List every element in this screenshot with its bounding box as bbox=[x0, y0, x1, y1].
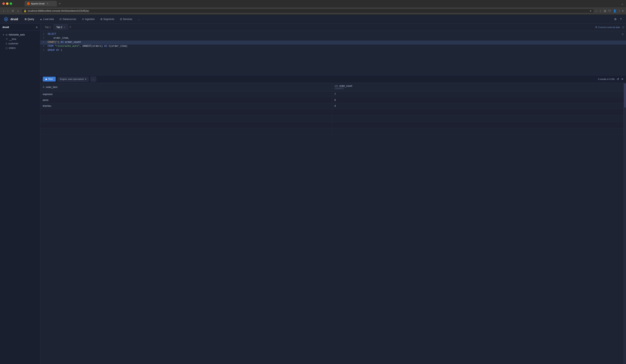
table-row-empty-3 bbox=[40, 122, 624, 128]
table-row-empty-2 bbox=[40, 116, 624, 122]
nav-item-datasources[interactable]: ⊡ Datasources bbox=[57, 17, 78, 22]
tab2-close-button[interactable]: ✕ bbox=[64, 26, 65, 29]
table-row: espresso 7 bbox=[40, 91, 624, 97]
engine-label: Engine: auto (sql-native) bbox=[60, 78, 84, 80]
expand-button[interactable]: ⌄ bbox=[621, 2, 624, 6]
table-row: pizza 6 bbox=[40, 97, 624, 103]
col-header-order-count: 123 order_count COUNT(*) bbox=[332, 83, 624, 91]
settings-button[interactable]: ⚙ bbox=[613, 17, 618, 22]
traffic-lights bbox=[2, 2, 12, 5]
empty-cell bbox=[40, 128, 332, 135]
ingestion-nav-icon: ⊙ bbox=[82, 18, 84, 21]
numeric-type-icon: 123 bbox=[334, 85, 338, 87]
empty-cell bbox=[40, 116, 332, 122]
editor-menu-icon[interactable]: ≡ bbox=[622, 33, 624, 36]
line-num-4: 4 bbox=[40, 45, 48, 48]
datasource-name: ristorante_auto bbox=[9, 33, 25, 36]
datasource-item[interactable]: ▼ ⊞ ristorante_auto bbox=[0, 33, 40, 37]
time-icon: ⏱ bbox=[6, 38, 8, 40]
run-bar: ▶ Run Engine: auto (sql-native) ▾ ... 3 … bbox=[40, 75, 626, 83]
maximize-window-button[interactable] bbox=[10, 2, 12, 5]
logo-area: druid bbox=[3, 16, 18, 22]
cell-pizza-count: 6 bbox=[332, 97, 624, 103]
cell-espresso-count: 7 bbox=[332, 91, 624, 97]
shield-icon[interactable]: 🛡 bbox=[608, 9, 611, 12]
col-type-order-count: 123 order_count bbox=[334, 84, 621, 87]
nav-item-load-data[interactable]: ▲ Load data bbox=[37, 17, 56, 22]
logo-text: druid bbox=[10, 17, 18, 21]
line-num-5: 5 bbox=[40, 49, 48, 52]
minimize-window-button[interactable] bbox=[6, 2, 8, 5]
menu-icon[interactable]: ≡ bbox=[622, 9, 624, 12]
scrollbar[interactable] bbox=[624, 83, 626, 364]
line-num-1: 1 bbox=[40, 33, 48, 36]
string-type-icon: A bbox=[43, 86, 44, 89]
connect-external-button[interactable]: ⊞ Connect external data bbox=[595, 26, 620, 29]
query-tab-1[interactable]: Tab 1 bbox=[42, 25, 53, 30]
extensions-icon[interactable]: ⊞ bbox=[604, 9, 606, 12]
string-icon: A bbox=[6, 42, 7, 45]
home-button[interactable]: ⌂ bbox=[16, 9, 20, 13]
run-more-button[interactable]: ... bbox=[91, 77, 96, 81]
datasources-nav-icon: ⊡ bbox=[59, 18, 62, 21]
browser-toolbar: ‹ › ↺ ⌂ 🔒 localhost:8888/unified-console… bbox=[0, 7, 626, 14]
results-count: 3 results in 0.28s bbox=[598, 78, 615, 80]
close-window-button[interactable] bbox=[2, 2, 5, 5]
nav-item-more[interactable]: ... bbox=[136, 17, 142, 22]
tab-right-area: ⊞ Connect external data ⊡ bbox=[595, 26, 625, 29]
url-bar[interactable]: 🔒 localhost:8888/unified-console.html#wo… bbox=[21, 9, 594, 13]
tab1-label: Tab 1 bbox=[45, 26, 51, 29]
scrollbar-thumb[interactable] bbox=[624, 83, 626, 108]
line-content-3: COUNT(*) AS order_count bbox=[48, 41, 81, 43]
browser-titlebar: Apache Druid ✕ + ⌄ bbox=[0, 0, 626, 7]
query-nav-icon: ⊞ bbox=[25, 18, 27, 21]
table-icon: ⊞ bbox=[6, 34, 7, 36]
results-scroll[interactable]: A order_item 123 ord bbox=[40, 83, 624, 364]
browser-tab-apache-druid[interactable]: Apache Druid ✕ bbox=[25, 1, 57, 6]
col-sub-order-count: COUNT(*) bbox=[334, 87, 621, 90]
profile-icon[interactable]: 👤 bbox=[613, 9, 617, 12]
nav-item-query[interactable]: ⊞ Query bbox=[22, 17, 37, 22]
column-item-customer[interactable]: A customer bbox=[0, 41, 40, 46]
empty-cell bbox=[40, 109, 332, 116]
back-button[interactable]: ‹ bbox=[2, 9, 5, 13]
sql-editor[interactable]: 1 SELECT 2 order_item, 3 COUNT(*) AS ord… bbox=[40, 31, 626, 75]
load-data-nav-icon: ▲ bbox=[40, 18, 42, 21]
caret-icon: ▼ bbox=[2, 34, 4, 36]
history-icon[interactable]: ⋮ bbox=[599, 9, 602, 12]
cell-tiramisu-count: 4 bbox=[332, 103, 624, 109]
run-button[interactable]: ▶ Run bbox=[43, 77, 56, 81]
run-label: Run bbox=[48, 78, 53, 81]
services-nav-icon: ⊟ bbox=[120, 18, 122, 21]
reload-button[interactable]: ↺ bbox=[11, 9, 15, 13]
line-content-2: order_item, bbox=[48, 37, 69, 40]
sidebar-header: druid ⊕ bbox=[0, 24, 40, 31]
engine-selector[interactable]: Engine: auto (sql-native) ▾ bbox=[58, 77, 88, 81]
nav-item-ingestion[interactable]: ⊙ Ingestion bbox=[79, 17, 97, 22]
new-tab-button[interactable]: + bbox=[58, 1, 62, 6]
refresh-results-button[interactable]: ↺ bbox=[617, 78, 619, 81]
sidebar-title: druid bbox=[2, 26, 9, 29]
table-row: tiramisu 4 bbox=[40, 103, 624, 109]
line-content-4: FROM "ristorante_auto", UNNEST(orders) A… bbox=[48, 45, 127, 48]
close-results-button[interactable]: ✕ bbox=[621, 78, 624, 81]
code-view-icon[interactable]: ⊡ bbox=[622, 26, 625, 29]
column-item-time[interactable]: ⏱ __time bbox=[0, 37, 40, 41]
add-tab-button[interactable]: + bbox=[68, 25, 73, 29]
editor-inner[interactable]: 1 SELECT 2 order_item, 3 COUNT(*) AS ord… bbox=[40, 31, 626, 75]
app-container: druid ⊞ Query ▲ Load data ⊡ Datasources … bbox=[0, 15, 626, 364]
empty-cell bbox=[332, 128, 624, 135]
sidebar: druid ⊕ ▼ ⊞ ristorante_auto ⏱ __time A c… bbox=[0, 24, 40, 364]
bookmark-icon[interactable]: ↓ bbox=[595, 9, 597, 12]
empty-cell bbox=[332, 109, 624, 116]
sidebar-expand-icon[interactable]: ⊕ bbox=[36, 26, 38, 29]
main-layout: druid ⊕ ▼ ⊞ ristorante_auto ⏱ __time A c… bbox=[0, 24, 626, 364]
browser-tab-close[interactable]: ✕ bbox=[47, 2, 49, 5]
help-button[interactable]: ? bbox=[619, 17, 623, 22]
share-icon[interactable]: ↑ bbox=[619, 9, 620, 12]
query-tab-2[interactable]: Tab 2 ✕ bbox=[53, 24, 68, 30]
column-item-orders[interactable]: [·] orders bbox=[0, 46, 40, 50]
nav-item-services[interactable]: ⊟ Services bbox=[117, 17, 135, 22]
nav-item-segments[interactable]: ⊞ Segments bbox=[98, 17, 117, 22]
forward-button[interactable]: › bbox=[7, 9, 9, 13]
